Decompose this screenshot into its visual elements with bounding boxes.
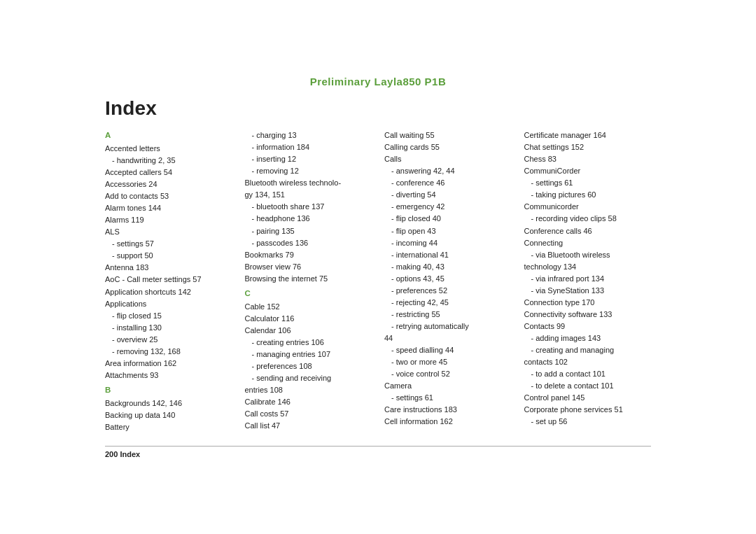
letter-heading-C: C bbox=[245, 288, 372, 300]
index-entry: - diverting 54 bbox=[384, 189, 512, 201]
index-entry: - to add a contact 101 bbox=[524, 368, 652, 380]
index-entry: - options 43, 45 bbox=[384, 273, 512, 285]
index-entry: Bluetooth wireless technolo- bbox=[245, 177, 372, 189]
index-entry: Accessories 24 bbox=[105, 178, 232, 190]
index-entry: - recording video clips 58 bbox=[524, 213, 652, 225]
index-entry: Call costs 57 bbox=[245, 408, 372, 420]
index-entry: - removing 12 bbox=[245, 165, 372, 177]
index-entry: Calls bbox=[384, 153, 512, 165]
index-entry: - via SyneStation 133 bbox=[524, 285, 652, 297]
index-entry: - headphone 136 bbox=[245, 213, 372, 225]
index-entry: - removing 132, 168 bbox=[105, 346, 232, 358]
index-entry: - settings 61 bbox=[384, 392, 512, 404]
index-entry: Accented letters bbox=[105, 143, 232, 155]
index-entry: Alarms 119 bbox=[105, 214, 232, 226]
index-entry: Add to contacts 53 bbox=[105, 190, 232, 202]
index-entry: - answering 42, 44 bbox=[384, 165, 512, 177]
index-entry: - preferences 108 bbox=[245, 360, 372, 372]
index-entry: - speed dialling 44 bbox=[384, 344, 512, 356]
index-entry: Applications bbox=[105, 298, 232, 310]
index-entry: - handwriting 2, 35 bbox=[105, 155, 232, 167]
index-entry: - emergency 42 bbox=[384, 201, 512, 213]
column-1: - charging 13- information 184- insertin… bbox=[245, 129, 372, 432]
index-entry: - two or more 45 bbox=[384, 356, 512, 368]
index-entry: Accepted callers 54 bbox=[105, 167, 232, 178]
index-entry: Calling cards 55 bbox=[384, 141, 512, 153]
index-entry: Alarm tones 144 bbox=[105, 202, 232, 214]
index-entry: - making 40, 43 bbox=[384, 261, 512, 273]
index-entry: - retrying automatically bbox=[384, 321, 512, 332]
index-entry: - adding images 143 bbox=[524, 332, 652, 344]
index-entry: Browser view 76 bbox=[245, 261, 372, 273]
column-2: Call waiting 55Calling cards 55Calls- an… bbox=[384, 129, 512, 428]
page-title: Index bbox=[105, 97, 651, 120]
index-entry: - rejecting 42, 45 bbox=[384, 297, 512, 309]
index-entry: - settings 57 bbox=[105, 238, 232, 250]
index-entry: Conference calls 46 bbox=[524, 225, 652, 237]
index-entry: AoC - Call meter settings 57 bbox=[105, 274, 232, 286]
index-entry: Cable 152 bbox=[245, 301, 372, 313]
index-entry: - support 50 bbox=[105, 250, 232, 262]
index-entry: - creating entries 106 bbox=[245, 337, 372, 349]
index-entry: - to delete a contact 101 bbox=[524, 380, 652, 392]
index-entry: - bluetooth share 137 bbox=[245, 201, 372, 213]
index-entry: - settings 61 bbox=[524, 177, 652, 189]
page: Preliminary Layla850 P1B Index AAccented… bbox=[77, 55, 679, 479]
index-entry: Corporate phone services 51 bbox=[524, 404, 652, 416]
index-entry: Connectivity software 133 bbox=[524, 309, 652, 321]
index-entry: Area information 162 bbox=[105, 358, 232, 370]
index-entry: Application shortcuts 142 bbox=[105, 286, 232, 298]
index-entry: - via infrared port 134 bbox=[524, 273, 652, 285]
index-entry: Care instructions 183 bbox=[384, 404, 512, 416]
index-entry: Calendar 106 bbox=[245, 325, 372, 337]
index-entry: Connection type 170 bbox=[524, 297, 652, 309]
index-entry: - sending and receiving bbox=[245, 372, 372, 384]
index-entry: Backing up data 140 bbox=[105, 409, 232, 421]
index-entry: Battery bbox=[105, 421, 232, 433]
index-entry: CommuniCorder bbox=[524, 165, 652, 177]
index-entry: Call waiting 55 bbox=[384, 129, 512, 141]
index-entry: ALS bbox=[105, 226, 232, 238]
index-entry: - charging 13 bbox=[245, 129, 372, 141]
index-entry: Attachments 93 bbox=[105, 370, 232, 381]
index-entry: - passcodes 136 bbox=[245, 237, 372, 249]
index-entry: - managing entries 107 bbox=[245, 349, 372, 360]
index-entry: gy 134, 151 bbox=[245, 189, 372, 201]
index-entry: Chat settings 152 bbox=[524, 141, 652, 153]
index-entry: - conference 46 bbox=[384, 177, 512, 189]
column-0: AAccented letters- handwriting 2, 35Acce… bbox=[105, 129, 232, 433]
index-entry: Antenna 183 bbox=[105, 262, 232, 274]
index-entry: Camera bbox=[384, 380, 512, 392]
index-entry: contacts 102 bbox=[524, 356, 652, 368]
index-entry: - international 41 bbox=[384, 249, 512, 261]
index-entry: Connecting bbox=[524, 237, 652, 249]
index-entry: Cell information 162 bbox=[384, 416, 512, 428]
index-entry: - flip closed 40 bbox=[384, 213, 512, 225]
index-entry: - preferences 52 bbox=[384, 285, 512, 297]
index-entry: Communicorder bbox=[524, 201, 652, 213]
letter-heading-B: B bbox=[105, 384, 232, 397]
letter-heading-A: A bbox=[105, 129, 232, 142]
index-entry: Call list 47 bbox=[245, 420, 372, 432]
index-entry: - overview 25 bbox=[105, 334, 232, 346]
index-entry: - pairing 135 bbox=[245, 225, 372, 237]
index-entry: 44 bbox=[384, 332, 512, 344]
index-entry: - flip open 43 bbox=[384, 225, 512, 237]
column-3: Certificate manager 164Chat settings 152… bbox=[524, 129, 652, 428]
index-entry: entries 108 bbox=[245, 384, 372, 396]
index-entry: Calculator 116 bbox=[245, 313, 372, 325]
index-entry: - via Bluetooth wireless bbox=[524, 249, 652, 261]
index-entry: - installing 130 bbox=[105, 322, 232, 334]
index-entry: Certificate manager 164 bbox=[524, 129, 652, 141]
index-entry: Chess 83 bbox=[524, 153, 652, 165]
index-entry: technology 134 bbox=[524, 261, 652, 273]
index-entry: - incoming 44 bbox=[384, 237, 512, 249]
index-entry: Bookmarks 79 bbox=[245, 249, 372, 261]
index-columns: AAccented letters- handwriting 2, 35Acce… bbox=[105, 129, 651, 433]
index-entry: Backgrounds 142, 146 bbox=[105, 398, 232, 409]
index-entry: - restricting 55 bbox=[384, 309, 512, 321]
index-entry: - inserting 12 bbox=[245, 153, 372, 165]
index-entry: - set up 56 bbox=[524, 416, 652, 428]
index-entry: - taking pictures 60 bbox=[524, 189, 652, 201]
footer: 200 Index bbox=[105, 446, 651, 458]
